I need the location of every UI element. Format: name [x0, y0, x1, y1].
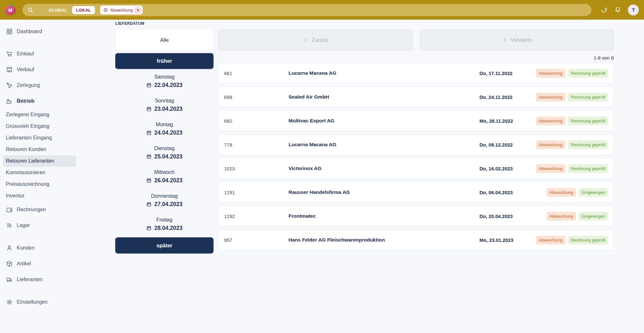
sidebar-item-label: Rechnungen	[17, 207, 46, 213]
sidebar-item-lager[interactable]: Lager	[0, 217, 109, 233]
forward-button-label: Vorwärts	[510, 37, 532, 43]
sidebar-item-label: Verkauf	[17, 67, 34, 72]
sidebar-item-rechnungen[interactable]: Rechnungen	[0, 202, 109, 217]
sidebar-item-label: Inventur	[6, 193, 24, 199]
list-item[interactable]: 1023 Victorinox AG Do, 16.02.2023 Abweic…	[219, 158, 614, 179]
truck-icon	[6, 276, 13, 283]
sidebar-item-label: Betrieb	[17, 98, 34, 104]
date-value-label: 22.04.2023	[154, 81, 183, 89]
date-value-label: 23.04.2023	[154, 105, 183, 113]
sidebar-item-betrieb[interactable]: Betrieb	[0, 93, 109, 109]
date-value-label: 27.04.2023	[154, 200, 183, 208]
bell-icon	[614, 6, 621, 14]
sidebar-item-einstellungen[interactable]: Einstellungen	[0, 294, 109, 310]
sidebar-item-label: Lager	[17, 223, 30, 228]
status-badge: Rechnung geprüft	[568, 236, 608, 244]
sidebar-item-grossvieh-eingang[interactable]: Grossvieh Eingang	[3, 120, 76, 132]
date-option[interactable]: Donnerstag 27.04.2023	[115, 192, 213, 216]
sidebar-item-verkauf[interactable]: Verkauf	[0, 62, 109, 77]
date-filter-all[interactable]: Alle	[115, 30, 213, 51]
calendar-icon	[146, 154, 152, 159]
list-item[interactable]: 699 Sealed Air GmbH Do, 24.11.2022 Abwei…	[219, 87, 614, 107]
date-option[interactable]: Sonntag 23.04.2023	[115, 97, 213, 121]
result-count: 1-8 von 8	[219, 55, 614, 61]
search-bar[interactable]: GLOBAL LOKAL Abweichung	[23, 4, 592, 16]
list-item[interactable]: 1292 Frontmatec Do, 20.04.2023 Abweichun…	[219, 206, 614, 226]
user-avatar[interactable]: T	[628, 5, 639, 15]
sidebar-item-retouren-kunden[interactable]: Retouren Kunden	[3, 144, 76, 155]
list-item[interactable]: 661 Lucarna Macana AG Do, 17.11.2022 Abw…	[219, 63, 614, 83]
date-option[interactable]: Mittwoch 26.04.2023	[115, 168, 213, 192]
topbar: M GLOBAL LOKAL Abweichung	[0, 0, 644, 20]
sidebar-item-artikel[interactable]: Artikel	[0, 256, 109, 271]
package-icon	[6, 260, 13, 267]
date-value-label: 24.04.2023	[154, 129, 183, 137]
row-date: Do, 24.11.2022	[479, 94, 513, 100]
chip-close-button[interactable]	[135, 7, 141, 14]
status-badge: Abweichung	[536, 69, 565, 78]
sidebar-item-zerlegung[interactable]: Zerlegung	[0, 77, 109, 93]
calendar-icon	[146, 202, 152, 207]
sidebar-item-lieferanten-eingang[interactable]: Lieferanten Eingang	[3, 132, 76, 144]
sidebar-item-lieferanten[interactable]: Lieferanten	[0, 271, 109, 287]
notifications-button[interactable]	[614, 6, 621, 14]
date-day-label: Samstag	[115, 73, 213, 81]
back-button-label: Zurück	[312, 37, 328, 43]
row-id: 778	[224, 142, 289, 147]
gear-icon	[6, 299, 13, 306]
row-company: Lucarna Macana AG	[289, 142, 479, 147]
sidebar-item-label: Lieferanten Eingang	[6, 135, 52, 141]
list-item[interactable]: 682 Multivac Export AG Mo, 28.11.2022 Ab…	[219, 110, 614, 131]
list-item[interactable]: 778 Lucarna Macana AG Do, 08.12.2022 Abw…	[219, 134, 614, 155]
date-option[interactable]: Montag 24.04.2023	[115, 121, 213, 145]
status-badge: Rechnung geprüft	[568, 69, 608, 78]
leaf-icon	[12, 4, 15, 7]
logo-letter: M	[8, 7, 13, 13]
row-id: 1292	[224, 214, 289, 219]
status-badge: Abweichung	[536, 164, 565, 173]
list-item[interactable]: 1291 Rausser Handelsfirma AG Do, 06.04.2…	[219, 182, 614, 203]
factory-icon	[6, 98, 13, 105]
wallet-icon	[6, 206, 13, 213]
calendar-icon	[146, 82, 152, 88]
close-icon	[136, 8, 140, 12]
sidebar-item-kommissionieren[interactable]: Kommissionieren	[3, 167, 76, 178]
calendar-icon	[146, 225, 152, 231]
list-item[interactable]: 957 Hans Felder AG Fleischwarenproduktio…	[219, 230, 614, 250]
sidebar-item-kunden[interactable]: Kunden	[0, 240, 109, 256]
row-date: Do, 08.12.2022	[479, 142, 513, 147]
scope-global-toggle[interactable]: GLOBAL	[49, 8, 67, 13]
date-value-label: 26.04.2023	[154, 176, 183, 184]
filter-chip-label: Abweichung	[110, 8, 133, 13]
forward-button[interactable]: Vorwärts	[420, 30, 614, 51]
sidebar-item-einkauf[interactable]: Einkauf	[0, 46, 109, 62]
sidebar-item-label: Dashboard	[17, 29, 42, 34]
refresh-button[interactable]	[600, 6, 608, 14]
dashboard-grid-icon	[6, 28, 13, 35]
row-company: Victorinox AG	[289, 166, 479, 171]
date-option[interactable]: Dienstag 25.04.2023	[115, 145, 213, 168]
row-id: 1291	[224, 190, 289, 195]
app-logo: M	[5, 5, 16, 15]
date-option[interactable]: Freitag 28.04.2023	[115, 216, 213, 240]
sidebar-item-preisauszeichnung[interactable]: Preisauszeichnung	[3, 178, 76, 190]
back-button[interactable]: Zurück	[219, 30, 412, 51]
row-company: Sealed Air GmbH	[289, 94, 479, 100]
sidebar-item-label: Zerlegung	[17, 82, 40, 88]
later-button[interactable]: später	[115, 237, 213, 253]
row-company: Multivac Export AG	[289, 118, 479, 124]
row-company: Frontmatec	[289, 213, 479, 219]
date-option[interactable]: Samstag 22.04.2023	[115, 73, 213, 97]
sidebar-item-inventur[interactable]: Inventur	[3, 190, 76, 202]
sidebar-item-dashboard[interactable]: Dashboard	[0, 24, 109, 39]
status-badge: Eingewogen	[579, 188, 608, 197]
earlier-button[interactable]: früher	[115, 53, 213, 69]
status-badge: Abweichung	[536, 117, 565, 125]
shopping-cart-icon	[6, 50, 13, 57]
status-badge: Abweichung	[536, 93, 565, 101]
sidebar-item-retouren-lieferanten[interactable]: Retouren Lieferanten	[3, 155, 76, 167]
returns-list: 661 Lucarna Macana AG Do, 17.11.2022 Abw…	[219, 63, 614, 253]
sidebar-item-zerlegerei-eingang[interactable]: Zerlegerei Eingang	[3, 109, 76, 120]
scope-local-toggle[interactable]: LOKAL	[72, 6, 95, 14]
filter-chip-abweichung[interactable]: Abweichung	[100, 5, 143, 14]
